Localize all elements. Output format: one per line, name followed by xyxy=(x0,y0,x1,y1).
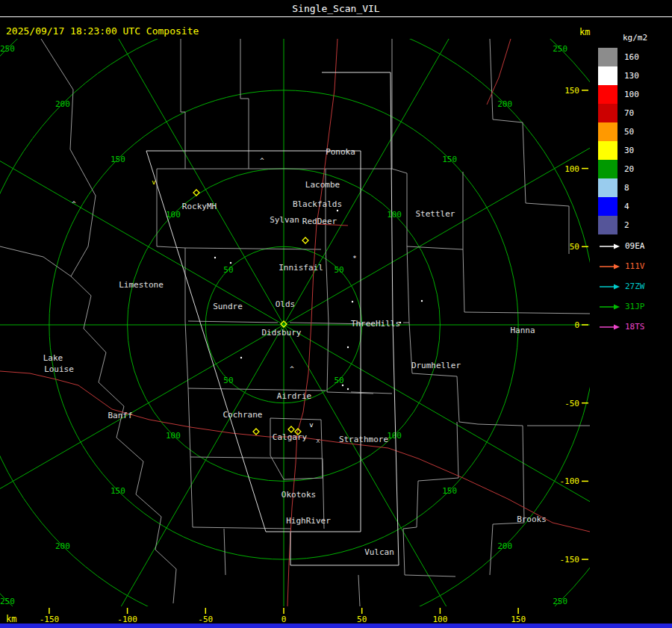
legend-entry: 70 xyxy=(598,104,671,122)
right-axis-tick-label: 0 xyxy=(574,320,579,330)
legend-swatch xyxy=(598,48,617,66)
city-label: Ponoka xyxy=(326,147,355,157)
svg-text:150: 150 xyxy=(442,486,457,496)
legend-entry: 50 xyxy=(598,122,671,141)
right-axis-unit-label: km xyxy=(579,27,590,37)
city-label: RedDeer xyxy=(302,217,337,226)
city-label: Olds xyxy=(276,299,296,309)
city-label: HighRiver xyxy=(286,516,331,526)
city-label: Sundre xyxy=(213,302,243,311)
vil-color-legend: kg/m2 16013010070503020842 xyxy=(598,33,671,234)
dot-marker-icon xyxy=(352,301,353,302)
svg-text:50: 50 xyxy=(334,376,343,385)
legend-unit-label: kg/m2 xyxy=(623,33,671,43)
radar-site-row: 111V xyxy=(598,256,645,276)
radar-site-arrow-icon xyxy=(598,282,620,291)
legend-swatch xyxy=(598,66,617,85)
dot-marker-icon xyxy=(230,262,231,264)
bottom-axis: -150-100-50050100150 xyxy=(40,608,526,624)
city-label: RockyMH xyxy=(182,202,217,211)
legend-swatch xyxy=(598,104,617,122)
city-label: Banff xyxy=(108,411,132,420)
legend-value: 70 xyxy=(624,108,634,118)
scan-timestamp: 2025/09/17 18:23:00 UTC Composite xyxy=(6,25,199,37)
dot-marker-icon xyxy=(421,300,423,302)
radar-site-id: 31JP xyxy=(625,302,645,311)
dot-marker-icon xyxy=(399,322,401,323)
glyph-marker-icon: ^ xyxy=(290,365,294,373)
svg-text:150: 150 xyxy=(442,155,457,164)
dot-marker-icon xyxy=(347,346,349,348)
right-axis-tick-label: 50 xyxy=(570,242,579,252)
city-label: Strathmore xyxy=(339,435,388,444)
legend-swatch xyxy=(598,141,617,160)
radar-site-arrow-icon xyxy=(598,323,620,332)
city-label: Lake xyxy=(43,353,63,363)
svg-text:250: 250 xyxy=(553,597,567,606)
right-axis-tick-label: 100 xyxy=(564,164,579,174)
dot-marker-icon xyxy=(342,385,343,386)
dot-marker-icon xyxy=(337,210,338,211)
bottom-axis-unit-label: km xyxy=(6,614,16,624)
glyph-marker-icon: ^ xyxy=(72,200,76,208)
svg-text:100: 100 xyxy=(166,431,181,441)
city-label: Cochrane xyxy=(223,410,263,420)
city-label: Limestone xyxy=(119,280,164,290)
svg-text:100: 100 xyxy=(387,431,402,441)
glyph-marker-icon: v xyxy=(309,421,313,429)
radar-site-row: 27ZW xyxy=(598,276,645,296)
city-label: Hanna xyxy=(510,326,535,335)
range-rings xyxy=(0,0,594,628)
legend-swatch xyxy=(598,216,617,234)
city-label: Blackfalds xyxy=(293,199,342,209)
legend-value: 2 xyxy=(624,220,629,230)
legend-swatch xyxy=(598,85,617,104)
glyph-marker-icon: ^ xyxy=(260,157,264,164)
svg-text:200: 200 xyxy=(55,541,70,551)
svg-text:150: 150 xyxy=(111,486,125,496)
legend-value: 4 xyxy=(624,202,629,211)
legend-entry: 8 xyxy=(598,178,671,197)
city-label: Calgary xyxy=(273,432,308,442)
legend-entries: 16013010070503020842 xyxy=(598,48,671,234)
right-axis-tick-label: 150 xyxy=(564,86,579,96)
city-label: Brooks xyxy=(517,514,547,524)
radar-site-diamond-icon xyxy=(302,237,308,243)
dot-marker-icon xyxy=(240,357,242,358)
legend-entry: 20 xyxy=(598,160,671,178)
city-label: Innisfail xyxy=(279,263,323,273)
svg-text:50: 50 xyxy=(223,376,233,385)
radar-site-row: 31JP xyxy=(598,296,645,317)
map-layers: 5050505010010010010015015015015020020020… xyxy=(0,0,594,628)
legend-swatch xyxy=(598,178,617,197)
radar-site-id: 111V xyxy=(625,261,645,271)
azimuth-spokes xyxy=(0,0,594,628)
dot-marker-icon xyxy=(347,388,349,390)
svg-text:200: 200 xyxy=(497,541,512,551)
radar-site-diamond-icon xyxy=(253,429,259,435)
radar-site-row: 18TS xyxy=(598,317,645,337)
glyph-marker-icon: x xyxy=(316,437,320,444)
radar-site-legend: 09EA111V27ZW31JP18TS xyxy=(598,236,645,337)
radar-site-id: 09EA xyxy=(625,241,645,251)
svg-text:200: 200 xyxy=(497,99,512,109)
dot-marker-icon xyxy=(214,257,216,258)
legend-value: 130 xyxy=(624,71,639,81)
svg-text:250: 250 xyxy=(0,44,15,54)
legend-entry: 2 xyxy=(598,216,671,234)
city-label: Vulcan xyxy=(364,547,394,557)
legend-value: 20 xyxy=(624,164,634,174)
glyph-marker-icon: * xyxy=(352,255,356,262)
glyph-marker-icon: v xyxy=(152,178,155,186)
city-label: Louise xyxy=(44,364,74,374)
radar-site-diamond-icon xyxy=(288,426,294,432)
svg-text:250: 250 xyxy=(0,597,15,606)
city-label: Stettler xyxy=(416,209,455,219)
svg-text:50: 50 xyxy=(334,265,343,275)
right-axis-tick-label: -150 xyxy=(560,555,580,565)
legend-entry: 130 xyxy=(598,66,671,85)
radar-map-canvas[interactable]: 5050505010010010010015015015015020020020… xyxy=(0,0,594,628)
radar-site-arrow-icon xyxy=(598,262,620,271)
radar-site-arrow-icon xyxy=(598,302,620,311)
city-label: Lacombe xyxy=(305,180,340,190)
